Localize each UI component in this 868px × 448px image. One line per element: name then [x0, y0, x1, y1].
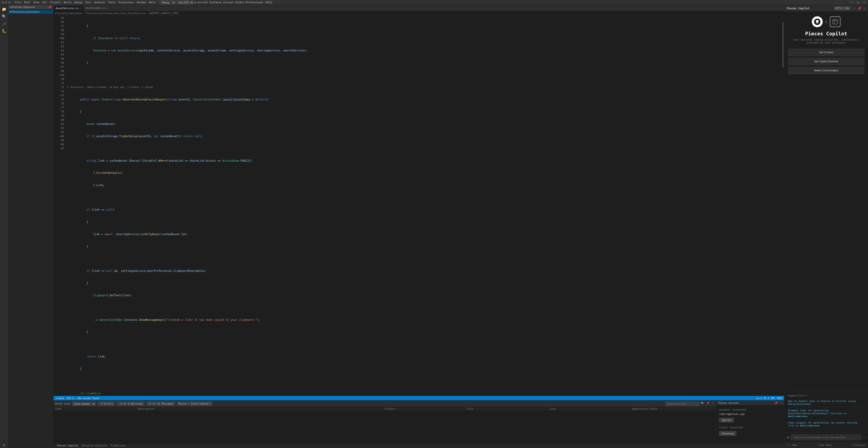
status-ln[interactable]: Ln 1 — [756, 397, 762, 399]
build-intellisense-dropdown[interactable]: Build + IntelliSense ▾ — [177, 401, 212, 406]
code-line-59 — [66, 73, 782, 77]
debug-icon[interactable]: 🐛 — [1, 28, 7, 34]
branch-icon: ⎇ — [55, 397, 58, 399]
error-search-input[interactable] — [665, 402, 700, 406]
breadcrumb-item-1[interactable]: PiecesVisualStudio — [55, 12, 82, 15]
run-button[interactable]: ▶ — [195, 1, 196, 4]
context-icon: ⚙ — [852, 444, 854, 447]
search-icon-btn[interactable]: 🔍 — [700, 402, 705, 406]
menu-view[interactable]: View — [32, 0, 41, 4]
breadcrumb-item-2[interactable]: PiecesVisualStudio.Services.AssetService — [86, 12, 146, 15]
tab-assetservice-close[interactable]: ✕ — [79, 7, 81, 9]
bp-tab-pieces-copilot[interactable]: Pieces Copilot — [55, 444, 80, 447]
code-content[interactable]: { if (Instance != null) return; Instance… — [66, 16, 782, 396]
fold-74[interactable]: ▼ — [59, 93, 60, 97]
errors-button[interactable]: ✕ 0 Errors — [97, 401, 115, 406]
code-line-81: return link; — [66, 355, 782, 359]
maximize-button[interactable]: □ — [856, 1, 860, 4]
menu-project[interactable]: Project — [49, 0, 62, 4]
panel-pin-icon[interactable]: 📌 — [706, 402, 710, 406]
main-layout: 📁 🔍 ⎇ 🐛 ⚙ Solution Explorer 📌 ▼ PiecesVi… — [0, 5, 868, 448]
code-line-55: { — [66, 24, 782, 28]
select-conversation-button[interactable]: Select Conversation — [788, 67, 864, 74]
suggestion-item-2[interactable]: Example code for generating AssetShareab… — [788, 408, 864, 419]
copilot-send-button[interactable]: ➤ — [863, 435, 865, 440]
menu-file[interactable]: File — [13, 0, 23, 4]
refresh-icon[interactable]: ↻ — [806, 394, 807, 397]
menu-debug[interactable]: Debug — [73, 0, 84, 4]
get-help-button[interactable]: ? Get Help — [817, 444, 832, 447]
account-email-row: robert@pieces.app — [719, 413, 781, 416]
status-zoom[interactable]: 121 % — [67, 397, 74, 399]
line-num-85: 85 — [54, 138, 64, 142]
scroll-thumb[interactable] — [782, 22, 784, 67]
instance-label: Current Instance [Visual Studio Professi… — [197, 1, 272, 4]
menu-window[interactable]: Window — [135, 0, 147, 4]
solution-pin-icon[interactable]: 📌 — [48, 6, 52, 9]
warnings-button[interactable]: ⚠ 0 of 6 Warnings — [117, 401, 145, 406]
context-button[interactable]: ⚙ Context — [852, 444, 865, 447]
panel-close-icon[interactable]: ✕ — [711, 402, 714, 406]
menu-git[interactable]: Git — [41, 0, 49, 4]
menu-build[interactable]: Build — [63, 0, 73, 4]
debug-mode-select[interactable]: Debug Release — [159, 0, 176, 4]
messages-button[interactable]: ℹ 0 of 11 Messages — [146, 401, 175, 406]
explorer-icon[interactable]: 📁 — [1, 6, 7, 12]
copilot-close-icon[interactable]: ✕ — [863, 7, 866, 10]
menu-analyze[interactable]: Analyze — [93, 0, 106, 4]
copilot-expand-icon[interactable]: ⤢ — [852, 7, 856, 10]
pieces-account-close-icon[interactable]: ✕ — [779, 401, 782, 405]
new-conversation-button[interactable]: + + New — [787, 444, 797, 447]
tree-item-pieces[interactable]: ▼ PiecesVisualStudio — [8, 10, 53, 14]
tab-userfacade-close[interactable]: ✕ — [106, 7, 107, 9]
editor-scrollbar[interactable] — [782, 16, 784, 396]
copilot-pin-icon[interactable]: 📌 — [857, 7, 862, 10]
gpt-badge[interactable]: GPT3.5 16k — [834, 6, 851, 10]
breadcrumb-sep-2: › — [147, 12, 148, 15]
fold-69[interactable]: ▼ — [59, 73, 60, 77]
fold-60[interactable]: ▼ — [59, 36, 60, 40]
code-line-71: link = await _sharingService.LinkifyAsyn… — [66, 232, 782, 236]
menu-help[interactable]: Help — [148, 0, 157, 4]
fold-84[interactable]: ▼ — [59, 134, 60, 138]
status-crlf[interactable]: CRLF — [777, 397, 782, 399]
col-header-file: File — [467, 408, 549, 410]
status-no-issues[interactable]: ● No issues found — [76, 397, 99, 399]
set-copilot-runtime-button[interactable]: Set Copilot Runtime — [788, 58, 864, 65]
status-spc[interactable]: SPC — [771, 397, 775, 399]
build-label: Build + IntelliSense — [179, 402, 209, 405]
minimize-button[interactable]: ─ — [850, 1, 854, 4]
menu-edit[interactable]: Edit — [23, 0, 32, 4]
tab-assetservice-label: AssetService.cs — [56, 7, 78, 10]
no-issues-text: No issues found — [79, 397, 99, 399]
menu-tools[interactable]: Tools — [107, 0, 117, 4]
code-line-75: { — [66, 281, 782, 285]
close-button[interactable]: ✕ — [862, 1, 866, 4]
disconnect-button[interactable]: Disconnect — [719, 431, 736, 436]
copilot-main: × Pieces Copilot Your personal coding as… — [784, 12, 868, 391]
menu-extensions[interactable]: Extensions — [117, 0, 135, 4]
pieces-account-pin-icon[interactable]: 📌 — [774, 401, 778, 405]
line-num-67: 67 — [54, 65, 64, 69]
error-list — [54, 411, 716, 443]
set-context-button[interactable]: Set Context — [788, 49, 864, 56]
tab-userfacade[interactable]: UserFacade.cs ✕ — [83, 5, 110, 11]
sign-out-button[interactable]: Sign Out — [719, 418, 734, 422]
extensions-icon[interactable]: ⚙ — [1, 442, 7, 448]
cpu-select[interactable]: Any CPU x64 — [177, 0, 194, 4]
git-icon[interactable]: ⎇ — [1, 21, 7, 27]
status-col[interactable]: Ch 1 — [764, 397, 769, 399]
suggestion-item-1[interactable]: How to handle save to Pieces in Flutter … — [788, 399, 864, 407]
tab-assetservice[interactable]: AssetService.cs ✕ — [54, 5, 83, 11]
status-branch[interactable]: ⎇ main — [55, 397, 64, 399]
code-line-60: public async Task<string> GenerateSharea… — [66, 97, 782, 101]
search-icon[interactable]: 🔍 — [1, 13, 7, 20]
suggestions-header: Suggestions ↻ — [788, 394, 864, 397]
breadcrumb-item-3[interactable]: SNIPPET_LENGTH_LIMIT — [149, 12, 179, 15]
error-scope-select[interactable]: Entire Solution Current Project — [72, 402, 96, 406]
bp-tab-solution-explorer[interactable]: Solution Explorer — [80, 444, 109, 447]
menu-test[interactable]: Test — [84, 0, 93, 4]
bp-tab-properties[interactable]: Properties — [109, 444, 128, 447]
copilot-input[interactable] — [791, 435, 861, 440]
suggestion-item-3[interactable]: Code snippet for generating raw assets s… — [788, 420, 864, 429]
